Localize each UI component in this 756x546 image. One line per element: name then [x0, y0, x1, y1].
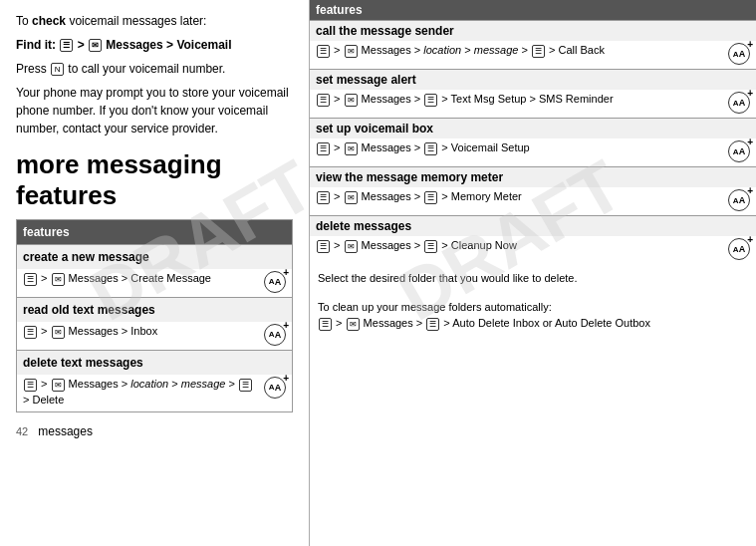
page-number: 42	[16, 423, 28, 440]
row-content-call: ☰ > ✉ Messages > location > message > ☰ …	[310, 41, 756, 69]
menu-icon: ☰	[317, 191, 330, 204]
left-table-header: features	[17, 220, 292, 244]
row-text-create: ☰ > ✉ Messages > Create Message	[23, 271, 260, 286]
table-row: set up voicemail box ☰ > ✉ Messages > ☰ …	[310, 118, 756, 166]
accessibility-icon: +A	[728, 189, 750, 211]
left-column: To check voicemail messages later: Find …	[0, 0, 309, 546]
plus-sign: +	[747, 235, 753, 245]
accessibility-icon: + A	[264, 324, 286, 346]
left-features-table: features create a new message ☰ > ✉ Mess…	[16, 219, 293, 412]
msg-icon: ✉	[345, 191, 358, 204]
row-header-voicemail: set up voicemail box	[310, 119, 756, 138]
menu-icon: ☰	[319, 318, 332, 331]
cleanup-outbox: Auto Delete Outbox	[555, 317, 650, 329]
menu-icon: ☰	[424, 142, 437, 155]
row-header-create: create a new message	[17, 245, 292, 269]
call-icon: N	[51, 63, 64, 76]
press-line: Press N to call your voicemail number.	[16, 60, 293, 78]
menu-icon: ☰	[317, 240, 330, 253]
row-header-alert: set message alert	[310, 70, 756, 90]
cleanup-label: To clean up your message folders automat…	[310, 293, 756, 338]
menu-icon: ☰	[239, 379, 252, 392]
accessibility-icon: +A	[728, 43, 750, 65]
row-text-memory: ☰ > ✉ Messages > ☰ > Memory Meter	[316, 189, 724, 204]
table-row: call the message sender ☰ > ✉ Messages >…	[310, 20, 756, 69]
table-row: create a new message ☰ > ✉ Messages > Cr…	[17, 244, 292, 297]
menu-icon: ☰	[424, 240, 437, 253]
menu-icon: ☰	[24, 379, 37, 392]
menu-icon: ☰	[426, 318, 439, 331]
accessibility-icon: +A	[728, 140, 750, 162]
row-text-delete-msgs: ☰ > ✉ Messages > ☰ > Cleanup Now	[316, 238, 724, 253]
cleanup-or: or	[543, 317, 555, 329]
msg-icon: ✉	[52, 326, 65, 339]
row-content-read: ☰ > ✉ Messages > Inbox + A	[17, 322, 292, 350]
table-row: view the message memory meter ☰ > ✉ Mess…	[310, 166, 756, 215]
row-header-call: call the message sender	[310, 21, 756, 41]
msg-icon: ✉	[345, 142, 358, 155]
plus-sign: +	[747, 137, 753, 147]
row-header-delete: delete text messages	[17, 351, 292, 375]
menu-icon: ☰	[24, 273, 37, 286]
msg-icon: ✉	[345, 94, 358, 107]
row-header-read: read old text messages	[17, 298, 292, 322]
row-text-read: ☰ > ✉ Messages > Inbox	[23, 324, 260, 339]
accessibility-icon: + A	[264, 271, 286, 293]
section-label: messages	[38, 422, 93, 440]
row-text-voicemail: ☰ > ✉ Messages > ☰ > Voicemail Setup	[316, 140, 724, 155]
row-text-delete: ☰ > ✉ Messages > location > message > ☰ …	[23, 377, 260, 408]
plus-sign: +	[283, 321, 289, 331]
msg-icon: ✉	[345, 240, 358, 253]
row-content-voicemail: ☰ > ✉ Messages > ☰ > Voicemail Setup +A	[310, 138, 756, 166]
menu-icon: ☰	[60, 39, 73, 52]
row-content-alert: ☰ > ✉ Messages > ☰ > Text Msg Setup > SM…	[310, 90, 756, 118]
body-para: Your phone may prompt you to store your …	[16, 84, 293, 137]
row-header-delete-msgs: delete messages	[310, 216, 756, 236]
section-heading: more messaging features	[16, 149, 293, 211]
msg-icon: ✉	[345, 45, 358, 58]
menu-icon: ☰	[317, 94, 330, 107]
plus-sign: +	[747, 89, 753, 99]
row-content-create: ☰ > ✉ Messages > Create Message + A	[17, 269, 292, 297]
right-column: features call the message sender ☰ > ✉ M…	[309, 0, 756, 546]
msg-icon: ✉	[89, 39, 102, 52]
table-row: set message alert ☰ > ✉ Messages > ☰ > T…	[310, 69, 756, 118]
row-header-memory: view the message memory meter	[310, 167, 756, 187]
accessibility-icon: +A	[728, 92, 750, 114]
table-row: read old text messages ☰ > ✉ Messages > …	[17, 297, 292, 350]
plus-sign: +	[747, 40, 753, 50]
menu-icon: ☰	[532, 45, 545, 58]
right-features-table: features call the message sender ☰ > ✉ M…	[310, 0, 756, 264]
find-it-label: Find it: ☰ > ✉ Messages > Voicemail	[16, 36, 293, 54]
menu-icon: ☰	[424, 94, 437, 107]
intro-text: To check voicemail messages later:	[16, 12, 293, 30]
right-table-header: features	[310, 0, 756, 20]
menu-icon: ☰	[317, 45, 330, 58]
plus-sign: +	[283, 374, 289, 384]
menu-icon: ☰	[24, 326, 37, 339]
msg-icon: ✉	[52, 273, 65, 286]
table-row: delete messages ☰ > ✉ Messages > ☰ > Cle…	[310, 215, 756, 264]
plus-sign: +	[283, 268, 289, 278]
msg-icon: ✉	[52, 379, 65, 392]
row-content-delete-msgs: ☰ > ✉ Messages > ☰ > Cleanup Now +A	[310, 236, 756, 264]
plus-sign: +	[747, 186, 753, 196]
row-text-call: ☰ > ✉ Messages > location > message > ☰ …	[316, 43, 724, 58]
footer: 42 messages	[16, 422, 293, 440]
accessibility-icon: +A	[728, 238, 750, 260]
menu-icon: ☰	[317, 142, 330, 155]
msg-icon: ✉	[347, 318, 360, 331]
accessibility-icon: + A	[264, 377, 286, 399]
delete-note: Select the desired folder that you would…	[310, 264, 756, 293]
row-content-memory: ☰ > ✉ Messages > ☰ > Memory Meter +A	[310, 187, 756, 215]
menu-icon: ☰	[424, 191, 437, 204]
row-text-alert: ☰ > ✉ Messages > ☰ > Text Msg Setup > SM…	[316, 92, 724, 107]
row-content-delete: ☰ > ✉ Messages > location > message > ☰ …	[17, 375, 292, 411]
table-row: delete text messages ☰ > ✉ Messages > lo…	[17, 350, 292, 411]
